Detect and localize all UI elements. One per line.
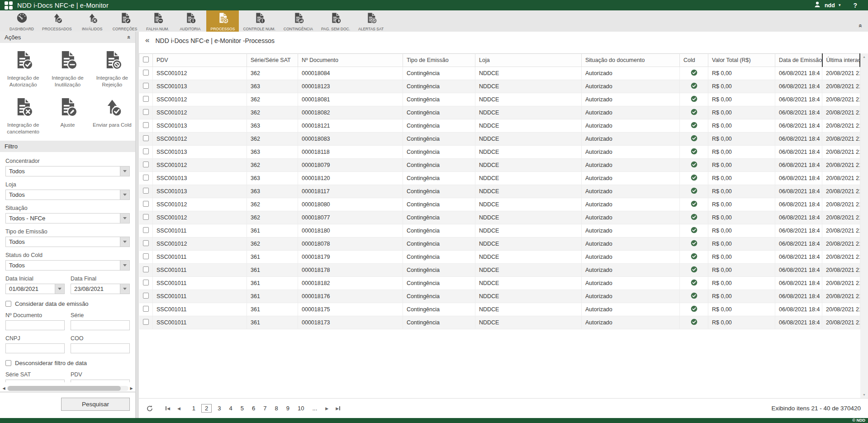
action-enviar-para-cold[interactable]: Enviar para Cold bbox=[90, 96, 134, 135]
row-checkbox[interactable] bbox=[143, 162, 149, 167]
row-checkbox[interactable] bbox=[143, 83, 149, 89]
row-checkbox[interactable] bbox=[143, 96, 149, 102]
dropdown-arrow-icon[interactable] bbox=[120, 284, 129, 294]
table-vertical-scrollbar[interactable]: ▲ ▼ bbox=[860, 53, 868, 398]
select-all-checkbox[interactable] bbox=[143, 57, 149, 62]
row-checkbox[interactable] bbox=[143, 253, 149, 259]
action-integracao-de-cancelamento[interactable]: Integração de cancelamento bbox=[1, 96, 45, 135]
coo-input[interactable] bbox=[71, 343, 130, 353]
col-situacao[interactable]: Situação do documento bbox=[582, 54, 680, 67]
next-page-button[interactable]: ▶ bbox=[325, 406, 328, 411]
serie-sat-input[interactable] bbox=[5, 380, 65, 382]
first-page-button[interactable]: ◀ bbox=[166, 406, 170, 411]
page-button-3[interactable]: 3 bbox=[215, 404, 223, 413]
sidebar-collapse-icon[interactable]: « bbox=[145, 36, 149, 45]
situacao-select[interactable]: Todos - NFCe bbox=[5, 213, 130, 223]
col-valor[interactable]: Valor Total (R$) bbox=[708, 54, 775, 67]
row-checkbox[interactable] bbox=[143, 280, 149, 285]
action-ajuste[interactable]: Ajuste bbox=[45, 96, 90, 135]
search-button[interactable]: Pesquisar bbox=[61, 398, 130, 411]
row-checkbox[interactable] bbox=[143, 70, 149, 76]
tipo-de-emissao-select[interactable]: Todos bbox=[5, 237, 130, 247]
toolbar-tab-controle-num[interactable]: CONTROLE NUM. bbox=[239, 10, 279, 32]
scroll-right-icon[interactable]: ▶ bbox=[128, 386, 134, 390]
help-button[interactable]: ? bbox=[853, 2, 857, 9]
scrollbar-thumb[interactable] bbox=[8, 386, 121, 391]
checkbox-desconsiderar-filtro-data[interactable]: Desconsiderar filtro de data bbox=[5, 360, 130, 366]
col-documento[interactable]: Nº Documento bbox=[298, 54, 403, 67]
page-ellipsis[interactable]: ... bbox=[310, 404, 319, 413]
page-button-2[interactable]: 2 bbox=[201, 404, 212, 413]
action-integracao-de-autorizacao[interactable]: Integração de Autorização bbox=[1, 49, 45, 88]
toolbar-tab-dashboard[interactable]: DASHBOARD bbox=[5, 10, 38, 32]
checkbox-box[interactable] bbox=[5, 301, 11, 307]
row-checkbox[interactable] bbox=[143, 148, 149, 154]
action-integracao-de-inutilizacao[interactable]: Integração de Inutilização bbox=[45, 49, 90, 88]
col-ultima-interacao[interactable]: Última interação bbox=[822, 54, 860, 67]
date-final-select[interactable]: 23/08/2021 bbox=[71, 284, 130, 294]
col-cold[interactable]: Cold bbox=[680, 54, 708, 67]
dropdown-arrow-icon[interactable] bbox=[55, 284, 64, 294]
sidebar-horizontal-scrollbar[interactable]: ◀ ▶ bbox=[0, 385, 135, 392]
page-button-1[interactable]: 1 bbox=[190, 404, 198, 413]
row-checkbox[interactable] bbox=[143, 201, 149, 207]
scroll-left-icon[interactable]: ◀ bbox=[1, 386, 7, 390]
row-checkbox[interactable] bbox=[143, 175, 149, 181]
toolbar-tab-processados[interactable]: PROCESSADOS bbox=[38, 10, 76, 32]
page-button-8[interactable]: 8 bbox=[272, 404, 280, 413]
user-menu[interactable]: ndd bbox=[825, 2, 835, 9]
action-integracao-de-rejeicao[interactable]: Integração de Rejeição bbox=[90, 49, 134, 88]
page-button-7[interactable]: 7 bbox=[261, 404, 269, 413]
scrollbar-track[interactable] bbox=[7, 386, 128, 391]
dropdown-arrow-icon[interactable] bbox=[120, 214, 129, 223]
app-grid-icon[interactable] bbox=[5, 1, 13, 10]
col-pdv[interactable]: PDV bbox=[153, 54, 247, 67]
row-checkbox[interactable] bbox=[143, 266, 149, 272]
checkbox-box[interactable] bbox=[5, 360, 11, 366]
page-button-9[interactable]: 9 bbox=[284, 404, 292, 413]
dropdown-arrow-icon[interactable] bbox=[120, 166, 129, 176]
dropdown-arrow-icon[interactable] bbox=[120, 261, 129, 270]
status-do-cold-select[interactable]: Todos bbox=[5, 260, 130, 271]
scroll-down-icon[interactable]: ▼ bbox=[863, 393, 866, 396]
scroll-up-icon[interactable]: ▲ bbox=[863, 55, 866, 58]
page-button-10[interactable]: 10 bbox=[295, 404, 306, 413]
toolbar-tab-pag-sem-doc[interactable]: PAG. SEM DOC. bbox=[317, 10, 354, 32]
chevron-down-icon[interactable]: ▾ bbox=[839, 3, 841, 7]
prev-page-button[interactable]: ◀ bbox=[177, 406, 180, 411]
col-loja[interactable]: Loja bbox=[475, 54, 582, 67]
date-initial-select[interactable]: 01/08/2021 bbox=[5, 284, 65, 294]
dropdown-arrow-icon[interactable] bbox=[120, 237, 129, 247]
toolbar-tab-falha-num[interactable]: FALHA NUM. bbox=[141, 10, 174, 32]
row-checkbox[interactable] bbox=[143, 293, 149, 299]
pdv-input[interactable] bbox=[71, 380, 130, 382]
last-page-button[interactable]: ▶ bbox=[336, 406, 340, 411]
row-checkbox[interactable] bbox=[143, 135, 149, 141]
toolbar-tab-contingencia[interactable]: CONTINGÊNCIA bbox=[280, 10, 317, 32]
row-checkbox[interactable] bbox=[143, 122, 149, 128]
serie-input[interactable] bbox=[71, 320, 130, 330]
row-checkbox[interactable] bbox=[143, 109, 149, 115]
row-checkbox[interactable] bbox=[143, 227, 149, 233]
page-button-6[interactable]: 6 bbox=[250, 404, 257, 413]
toolbar-tab-correcoes[interactable]: CORREÇÕES bbox=[109, 10, 142, 32]
toolbar-collapse-icon[interactable]: « bbox=[857, 24, 864, 28]
page-button-5[interactable]: 5 bbox=[238, 404, 246, 413]
col-tipo-emissao[interactable]: Tipo de Emissão bbox=[403, 54, 475, 67]
col-data-emissao[interactable]: Data de Emissão bbox=[775, 54, 822, 67]
row-checkbox[interactable] bbox=[143, 188, 149, 194]
actions-collapse-icon[interactable]: « bbox=[126, 36, 133, 39]
refresh-icon[interactable] bbox=[146, 405, 153, 412]
num-documento-input[interactable] bbox=[5, 320, 65, 330]
col-serie[interactable]: Série/Série SAT bbox=[247, 54, 298, 67]
toolbar-tab-alertas-sat[interactable]: ALERTAS SAT bbox=[354, 10, 388, 32]
page-button-4[interactable]: 4 bbox=[227, 404, 235, 413]
cnpj-input[interactable] bbox=[5, 343, 65, 353]
checkbox-considerar-data-emissao[interactable]: Considerar data de emissão bbox=[5, 300, 130, 307]
row-checkbox[interactable] bbox=[143, 306, 149, 312]
toolbar-tab-invalidos[interactable]: INVÁLIDOS bbox=[76, 10, 109, 32]
row-checkbox[interactable] bbox=[143, 214, 149, 220]
dropdown-arrow-icon[interactable] bbox=[120, 190, 129, 200]
row-checkbox[interactable] bbox=[143, 240, 149, 246]
toolbar-tab-processos[interactable]: PROCESSOS bbox=[206, 10, 239, 32]
